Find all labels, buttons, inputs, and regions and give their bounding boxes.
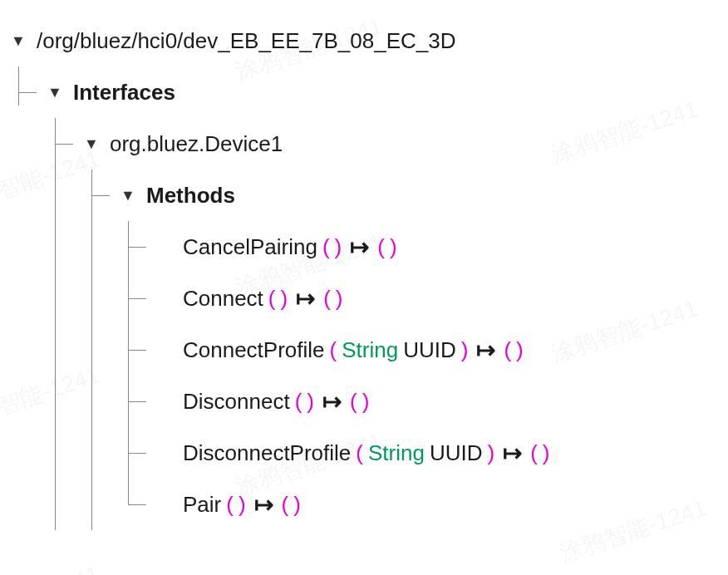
maps-to-icon: ↦ [473,337,499,364]
tree-line-icon [37,221,73,273]
tree-branch-icon [110,427,146,479]
tree-spacer [0,273,37,324]
tree-branch-icon [0,66,37,118]
tree-line-icon [73,427,110,479]
maps-to-icon: ↦ [293,285,318,312]
paren-open-icon: ( [350,389,357,415]
tree-row-object-path[interactable]: ▼ /org/bluez/hci0/dev_EB_EE_7B_08_EC_3D [0,15,728,66]
expand-toggle-icon[interactable]: ▼ [110,170,146,221]
tree-row-interface-device1[interactable]: ▼ org.bluez.Device1 [0,118,728,170]
paren-close-icon: ) [293,492,301,518]
tree-row-method[interactable]: Disconnect()↦() [0,376,728,427]
arg-type: String [342,337,398,363]
paren-close-icon: ) [461,337,469,363]
paren-close-icon: ) [307,389,314,415]
paren-close-icon: ) [239,492,246,518]
tree-spacer [0,324,37,376]
method-name: Connect [183,286,263,312]
tree-branch-icon [110,273,146,324]
paren-open-icon: ( [356,440,363,466]
tree-branch-icon [73,170,110,221]
maps-to-icon: ↦ [251,491,277,518]
interface-name-label: org.bluez.Device1 [110,131,283,157]
paren-open-icon: ( [226,492,234,518]
tree-spacer [0,479,37,530]
method-name: Pair [183,492,221,518]
tree-spacer [0,170,37,221]
method-name: ConnectProfile [183,337,325,363]
method-signature: DisconnectProfile(String UUID)↦() [183,440,549,467]
tree-line-icon [37,324,73,376]
paren-close-icon: ) [487,440,494,466]
paren-open-icon: ( [377,234,385,260]
methods-label: Methods [146,183,235,209]
paren-open-icon: ( [530,440,538,466]
tree-branch-icon [110,376,146,427]
tree-line-icon [37,376,73,427]
tree-line-icon [37,170,73,221]
paren-close-icon: ) [516,337,524,363]
arg-type: String [368,440,425,466]
paren-close-icon: ) [281,286,288,312]
method-signature: Pair()↦() [183,491,301,518]
paren-open-icon: ( [330,337,337,363]
paren-open-icon: ( [282,492,289,518]
method-signature: CancelPairing()↦() [183,233,397,261]
tree-row-method[interactable]: DisconnectProfile(String UUID)↦() [0,427,728,479]
tree-row-method[interactable]: CancelPairing()↦() [0,221,728,273]
maps-to-icon: ↦ [347,233,372,261]
maps-to-icon: ↦ [319,388,345,415]
method-signature: Connect()↦() [183,285,343,312]
expand-toggle-icon[interactable]: ▼ [0,15,37,66]
paren-open-icon: ( [268,286,276,312]
paren-open-icon: ( [295,389,303,415]
tree-line-icon [73,376,110,427]
paren-open-icon: ( [322,234,330,260]
arg-name: UUID [430,440,483,466]
maps-to-icon: ↦ [499,440,525,467]
expand-toggle-icon[interactable]: ▼ [73,118,110,170]
tree-row-method[interactable]: ConnectProfile(String UUID)↦() [0,324,728,376]
object-path-label: /org/bluez/hci0/dev_EB_EE_7B_08_EC_3D [37,28,455,54]
tree-line-icon [37,273,73,324]
tree-row-method[interactable]: Connect()↦() [0,273,728,324]
tree-spacer [0,376,37,427]
tree-spacer [146,479,183,530]
tree-line-icon [73,324,110,376]
tree-spacer [0,118,37,170]
tree-spacer [146,324,183,376]
method-signature: Disconnect()↦() [183,388,369,415]
tree-line-icon [73,221,110,273]
tree-line-icon [37,479,73,530]
tree-spacer [146,221,183,273]
tree-line-icon [73,479,110,530]
arg-name: UUID [403,337,456,363]
paren-open-icon: ( [504,337,511,363]
interfaces-label: Interfaces [73,80,175,106]
method-signature: ConnectProfile(String UUID)↦() [183,337,524,364]
method-name: Disconnect [183,389,290,415]
method-name: DisconnectProfile [183,440,351,466]
paren-close-icon: ) [543,440,550,466]
tree-spacer [0,221,37,273]
tree-branch-icon [110,324,146,376]
expand-toggle-icon[interactable]: ▼ [37,66,73,118]
paren-close-icon: ) [390,234,397,260]
tree-spacer [146,427,183,479]
tree-row-interfaces[interactable]: ▼ Interfaces [0,66,728,118]
tree-spacer [146,273,183,324]
tree-row-method[interactable]: Pair()↦() [0,479,728,530]
watermark: 涂鸦智能-1241 [0,559,104,575]
tree-line-icon [37,427,73,479]
tree-row-methods[interactable]: ▼ Methods [0,170,728,221]
paren-close-icon: ) [362,389,370,415]
paren-close-icon: ) [336,286,343,312]
tree-branch-icon [37,118,73,170]
tree-branch-icon [110,479,146,530]
tree-spacer [146,376,183,427]
tree-spacer [0,427,37,479]
paren-open-icon: ( [323,286,331,312]
tree-branch-icon [110,221,146,273]
method-name: CancelPairing [183,234,317,260]
paren-close-icon: ) [335,234,342,260]
